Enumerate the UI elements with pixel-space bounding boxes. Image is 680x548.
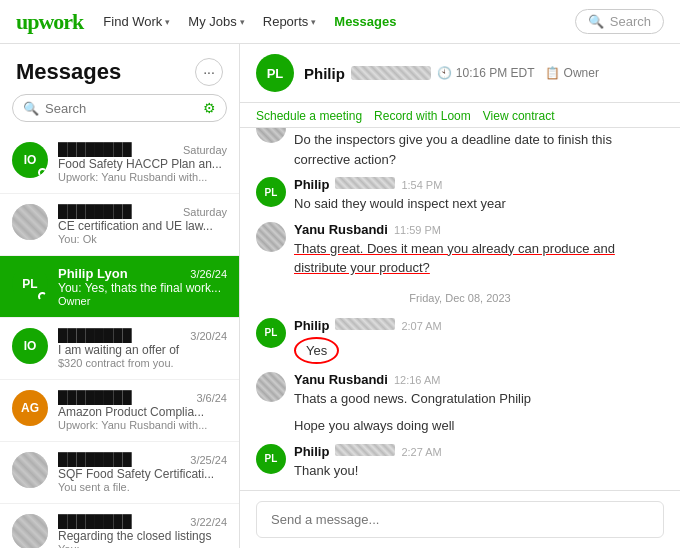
conv-sub: $320 contract from you. [58,357,227,369]
msg-sender-blur [335,444,395,456]
msg-sender: Yanu Rusbandi [294,222,388,237]
nav-reports[interactable]: Reports ▾ [263,14,317,29]
calendar-icon: 📋 [545,66,560,80]
conv-body: ████████ Saturday CE certification and U… [58,204,227,245]
msg-content: Yanu Rusbandi 11:59 PM Thats great. Does… [294,222,664,278]
conv-body: ████████ 3/6/24 Amazon Product Complia..… [58,390,227,431]
avatar: PL [12,266,48,302]
arrow-icon: ▾ [165,17,170,27]
chat-panel: PL Philip 🕙 10:16 PM EDT 📋 Owner Schedul… [240,44,680,548]
more-options-button[interactable]: ··· [195,58,223,86]
message-row: Yanu Rusbandi 11:59 PM Thats great. Does… [256,222,664,278]
schedule-meeting-link[interactable]: Schedule a meeting [256,109,362,123]
conv-body: ████████ Saturday Food Safety HACCP Plan… [58,142,227,183]
nav-messages[interactable]: Messages [334,14,396,29]
conv-preview: Food Safety HACCP Plan an... [58,157,227,171]
main-layout: Messages ··· 🔍 ⚙ IO ████████ Saturday Fo… [0,44,680,548]
msg-sender-blur [335,177,395,189]
message-row: PL Philip 2:27 AM Thank you! [256,444,664,481]
conv-date: 3/6/24 [196,392,227,404]
conv-preview: You: Yes, thats the final work... [58,281,227,295]
message-row: PL Philip 1:54 PM No said they would ins… [256,177,664,214]
conv-sub: Owner [58,295,227,307]
avatar [12,452,48,488]
conv-date: 3/20/24 [190,330,227,342]
message-row: PL Philip 2:07 AM Yes [256,318,664,364]
msg-time: 1:54 PM [401,179,442,191]
nav-links: Find Work ▾ My Jobs ▾ Reports ▾ Messages [103,14,396,29]
msg-text: Hope you always doing well [294,416,664,436]
sidebar-title: Messages [16,59,121,85]
conv-sub: Upwork: Yanu Rusbandi with... [58,171,227,183]
yes-bubble: Yes [294,337,339,364]
conv-name: ████████ [58,204,132,219]
conv-preview: Regarding the closed listings [58,529,227,543]
arrow-icon: ▾ [311,17,316,27]
msg-text: Thank you! [294,461,664,481]
conv-sub: Upwork: Yanu Rusbandi with... [58,419,227,431]
msg-sender: Philip [294,444,329,459]
conversation-item[interactable]: AG ████████ 3/6/24 Amazon Product Compli… [0,380,239,442]
msg-sender-row: Yanu Rusbandi 11:59 PM [294,222,664,237]
message-row: Yanu Rusbandi 12:16 AM Thats a good news… [256,372,664,409]
msg-content: Philip 1:54 PM No said they would inspec… [294,177,664,214]
conv-body: ████████ 3/20/24 I am waiting an offer o… [58,328,227,369]
conversation-item[interactable]: ████████ 3/25/24 SQF Food Safety Certifi… [0,442,239,504]
chat-header: PL Philip 🕙 10:16 PM EDT 📋 Owner [240,44,680,103]
conversation-list: IO ████████ Saturday Food Safety HACCP P… [0,132,239,548]
msg-content: Yanu Rusbandi 12:16 AM Thats a good news… [294,372,664,409]
msg-content: Philip 2:27 AM Thank you! [294,444,664,481]
msg-time: 11:59 PM [394,224,441,236]
conversation-item[interactable]: ████████ 3/22/24 Regarding the closed li… [0,504,239,548]
conv-name: ████████ [58,328,132,343]
view-contract-link[interactable]: View contract [483,109,555,123]
conversation-item[interactable]: IO ████████ Saturday Food Safety HACCP P… [0,132,239,194]
search-icon: 🔍 [588,14,604,29]
conv-preview: SQF Food Safety Certificati... [58,467,227,481]
conv-date: 3/22/24 [190,516,227,528]
sidebar-search-box[interactable]: 🔍 ⚙ [12,94,227,122]
conv-name: ████████ [58,142,132,157]
msg-time: 2:07 AM [401,320,441,332]
msg-content: Philip 2:07 AM Yes [294,318,664,364]
conv-preview: Amazon Product Complia... [58,405,227,419]
chat-time-status: 🕙 10:16 PM EDT 📋 Owner [437,66,599,80]
conv-body: ████████ 3/25/24 SQF Food Safety Certifi… [58,452,227,493]
conversation-item[interactable]: ████████ Saturday CE certification and U… [0,194,239,256]
avatar: IO [12,328,48,364]
conversation-item[interactable]: PL Philip Lyon 3/26/24 You: Yes, thats t… [0,256,239,318]
msg-sender: Philip [294,177,329,192]
clock-icon: 🕙 [437,66,452,80]
conv-name: ████████ [58,514,132,529]
msg-sender-row: Yanu Rusbandi 12:16 AM [294,372,664,387]
conv-preview: CE certification and UE law... [58,219,227,233]
msg-text: No said they would inspect next year [294,194,664,214]
filter-icon[interactable]: ⚙ [203,100,216,116]
conv-name: ████████ [58,390,132,405]
nav-find-work[interactable]: Find Work ▾ [103,14,170,29]
chat-contact-name-blur [351,66,431,80]
avatar [12,204,48,240]
conv-date: 3/26/24 [190,268,227,280]
conv-sub: You: Ok [58,233,227,245]
msg-text: Do the inspectors give you a deadline da… [294,130,664,169]
logo[interactable]: upwork [16,9,83,35]
message-avatar [256,222,286,252]
conv-body: Philip Lyon 3/26/24 You: Yes, thats the … [58,266,227,307]
avatar: AG [12,390,48,426]
conv-name: Philip Lyon [58,266,128,281]
send-message-input[interactable] [256,501,664,538]
global-search[interactable]: 🔍 Search [575,9,664,34]
conv-date: 3/25/24 [190,454,227,466]
nav-my-jobs[interactable]: My Jobs ▾ [188,14,244,29]
sidebar-search-input[interactable] [45,101,197,116]
message-row: Hope you always doing well [256,416,664,436]
sidebar-header: Messages ··· [0,44,239,94]
conversation-item[interactable]: IO ████████ 3/20/24 I am waiting an offe… [0,318,239,380]
top-navigation: upwork Find Work ▾ My Jobs ▾ Reports ▾ M… [0,0,680,44]
chat-contact-avatar: PL [256,54,294,92]
message-avatar: PL [256,444,286,474]
date-divider: Friday, Dec 08, 2023 [256,286,664,310]
record-loom-link[interactable]: Record with Loom [374,109,471,123]
message-avatar: PL [256,177,286,207]
